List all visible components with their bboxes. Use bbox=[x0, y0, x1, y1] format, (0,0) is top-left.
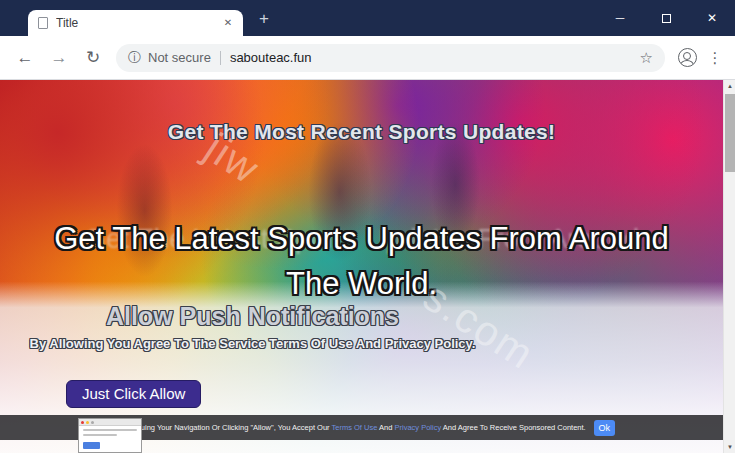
profile-icon bbox=[678, 48, 697, 67]
maximize-button[interactable] bbox=[643, 0, 689, 36]
maximize-icon bbox=[662, 14, 671, 23]
window-controls: ─ ✕ bbox=[597, 0, 735, 36]
bookmark-star-icon[interactable]: ☆ bbox=[640, 49, 653, 67]
close-button[interactable]: ✕ bbox=[689, 0, 735, 36]
mini-minimize-dot bbox=[86, 421, 89, 424]
main-message: Get The Latest Sports Updates From Aroun… bbox=[0, 216, 723, 306]
tab-close-icon[interactable]: ✕ bbox=[220, 15, 236, 31]
page-content: Get The Most Recent Sports Updates! Get … bbox=[0, 80, 735, 453]
ok-button[interactable]: Ok bbox=[594, 420, 615, 436]
terms-of-use-link[interactable]: Terms Of Use bbox=[332, 423, 378, 432]
mini-browser-screenshot bbox=[78, 418, 142, 453]
mini-browser-titlebar bbox=[79, 419, 141, 426]
security-label: Not secure bbox=[148, 50, 211, 65]
url-text: sabouteac.fun bbox=[230, 50, 312, 65]
main-message-line2: The World. bbox=[0, 261, 723, 306]
address-divider bbox=[220, 51, 221, 65]
back-button[interactable]: ← bbox=[11, 44, 39, 72]
browser-menu-icon[interactable]: ⋮ bbox=[703, 49, 727, 67]
tab-title: Title bbox=[56, 16, 220, 30]
page-heading: Get The Most Recent Sports Updates! bbox=[0, 120, 723, 144]
consent-part3: And Agree To Receive Sponsored Content. bbox=[441, 423, 586, 432]
page-icon bbox=[38, 17, 48, 29]
forward-button[interactable]: → bbox=[45, 44, 73, 72]
scroll-down-icon[interactable]: ▼ bbox=[724, 441, 735, 453]
address-bar[interactable]: ⓘ Not secure sabouteac.fun ☆ bbox=[116, 44, 665, 72]
scrollbar-thumb[interactable] bbox=[725, 94, 735, 172]
new-tab-button[interactable]: + bbox=[252, 8, 276, 30]
vertical-scrollbar[interactable]: ▲ ▼ bbox=[723, 80, 735, 453]
mini-text-line bbox=[83, 429, 137, 431]
minimize-button[interactable]: ─ bbox=[597, 0, 643, 36]
scroll-up-icon[interactable]: ▲ bbox=[724, 80, 735, 92]
mini-maximize-dot bbox=[91, 421, 94, 424]
browser-tab[interactable]: Title ✕ bbox=[28, 10, 243, 36]
push-notifications-subtitle: By Allowing You Agree To The Service Ter… bbox=[0, 336, 505, 351]
site-info-icon[interactable]: ⓘ bbox=[128, 49, 141, 67]
refresh-button[interactable]: ↻ bbox=[79, 44, 107, 72]
navigation-bar: ← → ↻ ⓘ Not secure sabouteac.fun ☆ ⋮ bbox=[0, 36, 735, 80]
privacy-policy-link[interactable]: Privacy Policy bbox=[394, 423, 441, 432]
profile-button[interactable] bbox=[673, 44, 701, 72]
push-notifications-title: Allow Push Notifications bbox=[0, 302, 505, 331]
consent-text: By Continuing Your Navigation Or Clickin… bbox=[108, 423, 585, 432]
browser-window: Title ✕ + ─ ✕ ← → ↻ ⓘ Not secure saboute… bbox=[0, 0, 735, 453]
mini-text-line bbox=[83, 434, 117, 436]
title-bar: Title ✕ + ─ ✕ bbox=[0, 0, 735, 36]
main-message-line1: Get The Latest Sports Updates From Aroun… bbox=[0, 216, 723, 261]
just-click-allow-button[interactable]: Just Click Allow bbox=[66, 380, 201, 408]
mini-close-dot bbox=[81, 421, 84, 424]
consent-part2: And bbox=[377, 423, 394, 432]
mini-allow-button bbox=[83, 442, 100, 449]
